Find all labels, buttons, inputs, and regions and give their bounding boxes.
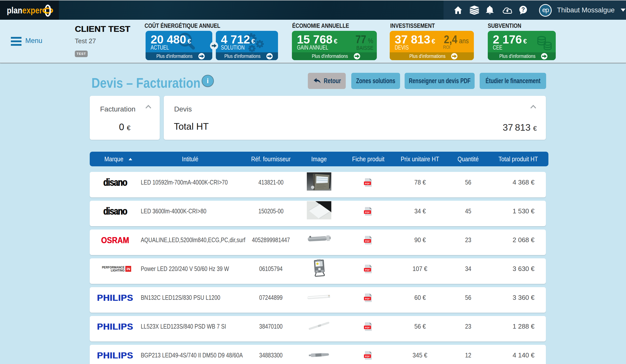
download-cloud-icon[interactable] [502,1,512,20]
cell-marque: OSRAM [90,235,140,245]
cell-ref-fournisseur: 413821-00 [240,178,302,186]
kpi-invest-more-link[interactable]: Plus d'informations [390,52,474,60]
table-row: disanoLED 3600lm-4000K-CRI>80150205-00 P… [90,201,546,226]
column-header-fiche-produit[interactable]: Fiche produit [336,155,400,163]
product-image [307,201,331,221]
kpi-solution-more-link[interactable]: Plus d'informations [216,52,278,60]
kpi-subvention-more-link[interactable]: Plus d'informations [488,52,556,60]
info-icon[interactable]: i [202,75,214,87]
cell-ref-fournisseur: 4052899981447 [240,236,302,244]
cell-intitule: AQUALINE,LED,5200lm840,ECG,PC,dir,surf [140,236,240,244]
column-header-prix-unitaire-ht[interactable]: Prix unitaire HT [400,155,440,163]
kpi-box-actuel: 20 480€ ACTUEL Plus d'informations [146,31,212,60]
page-title: Devis – Facturation [91,75,220,91]
chevron-down-icon[interactable] [620,1,625,20]
etudier-financement-button[interactable]: Étudier le financement [480,73,546,89]
cell-total-produit: 4 140 € [496,351,546,359]
column-header-label: Intitulé [182,155,198,163]
avatar[interactable]: ep [539,4,552,17]
table-header: MarqueIntituléRéf. fournisseurImageFiche… [90,152,548,166]
cell-total-produit: 3 630 € [496,265,546,273]
cell-fiche-produit: PDF [336,264,400,274]
brand-logo-performance-lighting: PERFORMANCELIGHTING iN [99,266,131,272]
cell-marque: disano [90,206,140,217]
svg-text:PDF: PDF [365,211,370,213]
pdf-icon[interactable]: PDF [363,350,373,361]
collapse-chevron-icon[interactable] [530,105,536,109]
cell-image [302,346,336,364]
kpi-economie-percent: 77 [355,33,366,46]
avatar-logo: ep [540,5,551,16]
table-row: OSRAMAQUALINE,LED,5200lm840,ECG,PC,dir,s… [90,230,546,255]
back-arrow-icon [313,78,321,84]
cell-total-produit: 3 360 € [496,294,546,302]
pdf-icon[interactable]: PDF [363,321,373,332]
cell-quantite: 12 [440,351,496,359]
retour-button[interactable]: Retour [308,73,346,89]
coins-icon [537,35,552,51]
pdf-icon[interactable]: PDF [363,292,373,303]
devis-title: Devis [174,105,192,113]
svg-text:PDF: PDF [365,182,370,185]
column-header-label: Fiche produit [352,155,384,163]
kpi-box-economie: 15 768€ GAIN ANNUEL 77% BAISSE Plus d'in… [292,31,377,60]
svg-text:PDF: PDF [365,297,370,300]
cell-marque: disano [90,177,140,188]
column-header-label: Marque [104,155,123,163]
cell-intitule: BGP213 LED49-4S/740 II DM50 D9 48/60A [140,351,240,359]
column-header-image[interactable]: Image [302,155,336,163]
cell-fiche-produit: PDF [336,321,400,332]
renseigner-devis-pdf-button[interactable]: Renseigner un devis PDF [405,73,475,89]
column-header-intitul-[interactable]: Intitulé [140,155,240,163]
column-header-label: Prix unitaire HT [401,155,439,163]
cell-fiche-produit: PDF [336,350,400,361]
column-header-total-produit-ht[interactable]: Total produit HT [496,155,548,163]
pdf-icon[interactable]: PDF [363,177,373,188]
arrow-circle-icon [198,53,205,59]
collapse-chevron-icon[interactable] [145,105,151,109]
kpi-label-economie: ÉCONOMIE ANNUELLE [292,22,357,29]
table-row: PHILIPSBN132C LED12S/830 PSU L1200072448… [90,287,546,313]
user-name: Thibaut Mossalgue [557,6,615,14]
pdf-icon[interactable]: PDF [363,264,373,274]
kpi-solution-caption: SOLUTION [221,44,251,51]
cell-prix-unitaire: 78 € [400,178,440,186]
column-header-r-f-fournisseur[interactable]: Réf. fournisseur [240,155,302,163]
pdf-icon[interactable]: PDF [363,235,373,245]
help-icon[interactable]: ? [519,1,527,20]
home-icon[interactable] [454,1,462,20]
cell-intitule: Power LED 220/240 V 50/60 Hz 39 W [140,265,240,273]
kpi-economie-caption: GAIN ANNUEL [297,44,336,51]
kpi-invest-right-caption: ROI [443,45,451,50]
table-row: PERFORMANCELIGHTING iNPower LED 220/240 … [90,258,546,284]
kpi-box-investissement: 37 813€ DEVIS 2,4ans ROI Plus d'informat… [390,31,474,60]
menu-label: Menu [25,37,42,45]
column-header-label: Image [311,155,327,163]
user-menu[interactable]: Thibaut Mossalgue [557,1,615,20]
kpi-actuel-more-link[interactable]: Plus d'informations [146,52,212,60]
app-logo[interactable]: planexper [0,1,59,20]
zones-solutions-button[interactable]: Zones solutions [351,73,400,89]
cell-fiche-produit: PDF [336,206,400,217]
arrow-circle-icon [541,53,547,59]
cell-quantite: 34 [440,265,496,273]
pdf-icon[interactable]: PDF [363,206,373,217]
table-row: disanoLED 10592lm-700mA-4000K-CRI>704138… [90,172,546,197]
brand-logo-philips: PHILIPS [97,293,133,303]
menu-button[interactable]: Menu [11,37,42,46]
client-subtitle: Test 27 [75,37,130,45]
cell-quantite: 56 [440,178,496,186]
kpi-economie-more-link[interactable]: Plus d'informations [292,52,377,60]
hamburger-icon [11,37,21,46]
notifications-icon[interactable] [486,1,494,20]
arrow-circle-icon [354,53,360,59]
cell-fiche-produit: PDF [336,235,400,245]
column-header-quantit-[interactable]: Quantité [440,155,496,163]
header-band: Menu CLIENT TEST Test 27 TEST COÛT ÉNERG… [0,20,626,63]
cell-fiche-produit: PDF [336,292,400,303]
layers-icon[interactable] [470,1,479,20]
cell-ref-fournisseur: 38470100 [240,323,302,330]
kpi-subvention-caption: CEE [493,44,505,51]
column-header-marque[interactable]: Marque [90,155,140,163]
kpi-label-investissement: INVESTISSEMENT [390,22,441,29]
